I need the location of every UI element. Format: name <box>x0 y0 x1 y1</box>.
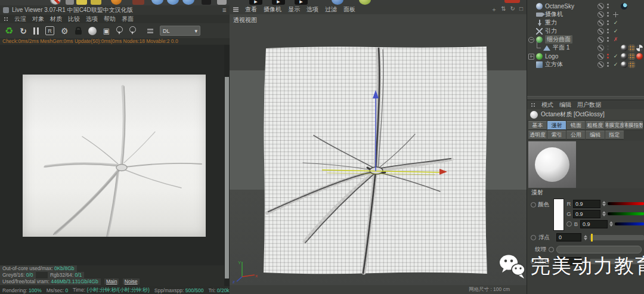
color-swatch[interactable] <box>553 199 564 231</box>
toolbar-icon-stub[interactable] <box>182 0 194 5</box>
toolbar-icon-stub[interactable] <box>202 0 211 5</box>
tab-film-width[interactable]: 薄膜宽度 <box>605 121 624 130</box>
visibility-dots-off[interactable] <box>607 54 609 58</box>
phong-tag[interactable] <box>621 61 627 68</box>
am-menu-userdata[interactable]: 用户数据 <box>577 101 601 109</box>
slider-thumb[interactable] <box>591 234 593 242</box>
restart-render-icon[interactable]: ♻ <box>5 25 13 36</box>
r-stepper[interactable] <box>602 201 606 206</box>
tab-editor[interactable]: 编辑 <box>586 131 604 140</box>
layer-toggle-icon[interactable] <box>597 28 604 35</box>
toolbar-icon-stub[interactable] <box>76 0 87 5</box>
r-gradient-slider[interactable] <box>608 202 644 205</box>
keyframe-dot[interactable] <box>549 247 554 252</box>
toolbar-icon-stub[interactable] <box>50 0 61 5</box>
layer-toggle-icon[interactable] <box>597 61 604 68</box>
live-viewer-scrollbar[interactable] <box>224 45 230 286</box>
g-gradient-slider[interactable] <box>608 212 644 215</box>
lock-resolution-icon[interactable] <box>75 30 82 35</box>
layer-toggle-icon[interactable] <box>597 53 604 60</box>
enabled-check-icon[interactable]: ✓ <box>612 52 620 60</box>
object-row-logo[interactable]: Logo ✓ <box>527 52 644 60</box>
visibility-dots[interactable] <box>607 37 609 42</box>
play-icon[interactable]: ▶ <box>272 0 285 5</box>
toolbar-icon-stub[interactable] <box>91 0 101 5</box>
octane-sky-tag[interactable] <box>621 3 627 10</box>
camera-target-icon[interactable] <box>613 12 618 17</box>
vp-menu-view[interactable]: 查看 <box>245 5 257 14</box>
play-icon[interactable]: ▶ <box>249 0 262 5</box>
tab-film-index[interactable]: 薄膜指数 <box>624 121 643 130</box>
material-ball-icon[interactable] <box>88 27 97 35</box>
visibility-dots[interactable] <box>607 45 609 50</box>
expand-icon[interactable] <box>528 54 534 60</box>
visibility-dots[interactable] <box>607 4 609 8</box>
pause-icon[interactable] <box>33 27 39 35</box>
zoom-icon[interactable]: ⇅ <box>501 5 506 14</box>
keyframe-dot[interactable] <box>566 221 572 227</box>
toolbar-icon-stub[interactable] <box>217 0 227 5</box>
refresh-icon[interactable]: ↻ <box>20 26 27 36</box>
live-viewer-canvas[interactable] <box>0 45 224 265</box>
texture-field[interactable] <box>556 246 642 253</box>
red-material-tag[interactable] <box>636 53 643 60</box>
close-button-stub[interactable] <box>504 0 520 3</box>
toolbar-icon-stub[interactable] <box>332 0 343 5</box>
picker-region-icon[interactable]: ▣ <box>103 27 110 35</box>
enabled-check-icon[interactable]: ✓ <box>612 27 620 35</box>
b-stepper[interactable] <box>609 221 613 227</box>
scrollbar-thumb[interactable] <box>225 77 229 278</box>
view-name-label[interactable]: 透视视图 <box>233 16 257 24</box>
menu-objects[interactable]: 对象 <box>32 15 44 23</box>
menu-interface[interactable]: 界面 <box>122 15 134 23</box>
vp-menu-cameras[interactable]: 摄像机 <box>264 5 281 14</box>
hamburger-icon[interactable] <box>233 7 239 12</box>
viewport-canvas[interactable]: 透视视图 <box>230 14 527 285</box>
menu-cloud[interactable]: 云渲 <box>14 15 26 23</box>
panel-menu-icon[interactable]: ≣ <box>222 7 227 13</box>
noise-pass-button[interactable]: Noise <box>123 278 140 284</box>
octane-object-tag[interactable] <box>628 45 635 51</box>
tab-diffuse[interactable]: 漫射 <box>547 121 566 130</box>
keyframe-dot[interactable] <box>531 202 536 208</box>
layer-toggle-icon[interactable] <box>597 20 604 26</box>
toolbar-icon-stub[interactable] <box>111 0 122 5</box>
tab-basic[interactable]: 基本 <box>528 121 547 130</box>
material-preview[interactable] <box>528 141 576 188</box>
object-row-camera[interactable]: 摄像机 <box>527 10 644 18</box>
layer-toggle-icon[interactable] <box>597 11 604 18</box>
pan-icon[interactable]: ＋ <box>491 5 497 14</box>
octane-object-tag[interactable] <box>628 53 635 60</box>
tab-opacity[interactable]: 透明度 <box>528 131 547 140</box>
object-row-attractor[interactable]: 引力 ✓ <box>527 27 644 35</box>
object-row-subdivision[interactable]: 细分曲面 ✗ <box>527 35 644 44</box>
grip-icon[interactable] <box>531 103 535 107</box>
b-gradient-slider[interactable] <box>615 222 644 225</box>
render-region-icon[interactable]: R <box>45 26 54 35</box>
toolbar-icon-stub[interactable] <box>167 0 179 5</box>
visibility-dots[interactable] <box>607 12 609 17</box>
main-pass-button[interactable]: Main <box>104 278 119 284</box>
toolbar-icon-stub[interactable] <box>151 0 163 5</box>
g-stepper[interactable] <box>602 211 606 216</box>
layer-toggle-icon[interactable] <box>597 36 604 43</box>
tab-common[interactable]: 公用 <box>566 131 585 140</box>
menu-help[interactable]: 帮助 <box>104 15 116 23</box>
tab-specular[interactable]: 镜面 <box>566 121 585 130</box>
toolbar-icon-stub[interactable] <box>359 0 371 5</box>
tab-roughness[interactable]: 粗糙度 <box>586 121 604 130</box>
object-row-plane[interactable]: 平面 1 <box>527 44 644 52</box>
phong-tag[interactable] <box>621 45 627 51</box>
layer-toggle-icon[interactable] <box>597 45 604 51</box>
object-row-cube[interactable]: 立方体 ✓ <box>527 60 644 69</box>
focus-picker-icon[interactable] <box>116 26 123 33</box>
panel-divider[interactable] <box>527 96 644 100</box>
menu-options[interactable]: 选项 <box>86 15 98 23</box>
octane-object-tag[interactable] <box>628 61 635 68</box>
toolbar-icon-stub[interactable] <box>132 0 144 5</box>
tab-index[interactable]: 索引 <box>547 131 566 140</box>
enabled-check-icon[interactable]: ✓ <box>612 18 620 27</box>
keyframe-dot[interactable] <box>531 235 536 240</box>
maximize-icon[interactable]: □ <box>519 5 523 14</box>
object-row-octanesky[interactable]: OctaneSky <box>527 2 644 10</box>
